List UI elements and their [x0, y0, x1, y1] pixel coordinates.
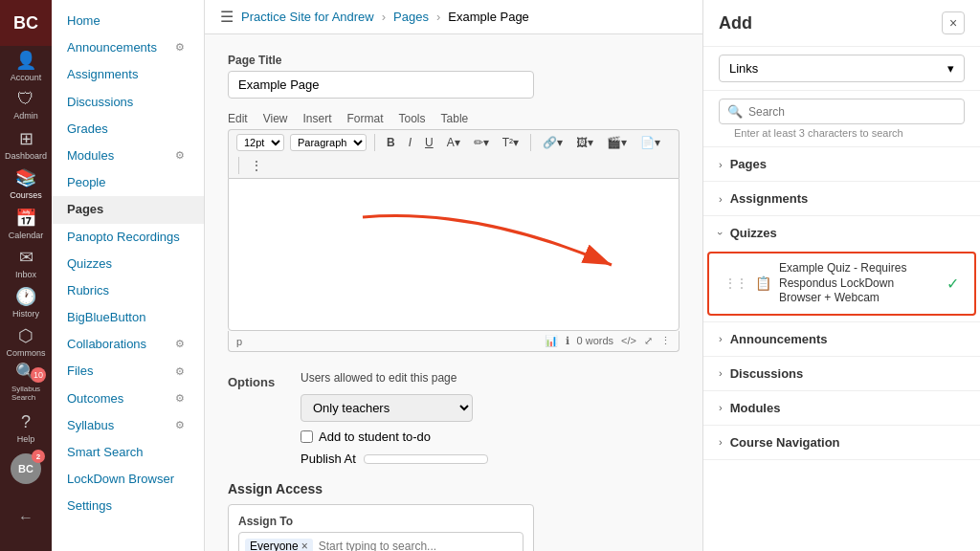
assign-search-input[interactable]: [319, 540, 517, 551]
student-todo-checkbox[interactable]: [301, 430, 313, 443]
nav-item-history[interactable]: 🕐 History: [0, 283, 52, 322]
breadcrumb-current: Example Page: [448, 10, 529, 24]
right-panel: Add × Links ▾ 🔍 Enter at least 3 charact…: [702, 0, 980, 551]
student-todo-label: Add to student to-do: [319, 430, 431, 444]
expand-btn[interactable]: ⤢: [644, 335, 653, 347]
rp-section-header-assignments[interactable]: › Assignments: [703, 182, 980, 215]
app-logo: BC: [0, 0, 52, 46]
syllabus-badge: 10: [31, 367, 46, 383]
menu-view[interactable]: View: [263, 112, 288, 125]
sidebar-item-pages[interactable]: Pages: [52, 196, 204, 223]
menu-edit[interactable]: Edit: [228, 112, 248, 125]
rp-item-example-quiz[interactable]: ⋮⋮ 📋 Example Quiz - Requires Respondus L…: [707, 252, 976, 316]
sidebar-item-grades[interactable]: Grades: [52, 116, 204, 143]
remove-everyone-btn[interactable]: ×: [301, 540, 308, 551]
sidebar-item-rubrics[interactable]: Rubrics: [52, 277, 204, 304]
modules-settings-icon[interactable]: ⚙: [175, 149, 189, 163]
type-select-label: Links: [729, 61, 758, 76]
sidebar-item-discussions[interactable]: Discussions: [52, 89, 204, 116]
nav-item-calendar[interactable]: 📅 Calendar: [0, 204, 52, 243]
sidebar-item-panopto[interactable]: Panopto Recordings: [52, 224, 204, 251]
right-panel-close-btn[interactable]: ×: [942, 11, 965, 34]
sidebar-item-modules[interactable]: Modules: [67, 147, 171, 165]
menu-table[interactable]: Table: [441, 112, 469, 125]
editor-body[interactable]: [228, 178, 679, 331]
hamburger-menu[interactable]: ☰: [220, 8, 234, 26]
nav-item-inbox[interactable]: ✉ Inbox: [0, 243, 52, 282]
breadcrumb-pages[interactable]: Pages: [393, 10, 429, 24]
files-icon[interactable]: ⚙: [175, 365, 189, 379]
publish-date-input[interactable]: [364, 454, 488, 464]
embed-button[interactable]: 📄▾: [636, 134, 664, 151]
nav-item-admin[interactable]: 🛡 Admin: [0, 85, 52, 124]
breadcrumb-site[interactable]: Practice Site for Andrew: [241, 10, 374, 24]
nav-item-account[interactable]: 👤 Account: [0, 46, 52, 85]
paragraph-select[interactable]: Paragraph: [290, 134, 367, 151]
rp-section-label-course-nav: Course Navigation: [730, 435, 840, 450]
outcomes-icon[interactable]: ⚙: [175, 392, 189, 406]
italic-button[interactable]: I: [405, 134, 415, 151]
sidebar-item-smart-search[interactable]: Smart Search: [52, 439, 204, 466]
superscript-button[interactable]: T²▾: [499, 134, 523, 151]
search-input[interactable]: [748, 105, 956, 119]
editor-area: Page Title Edit View Insert Format Tools…: [205, 34, 702, 371]
nav-item-dashboard[interactable]: ⊞ Dashboard: [0, 125, 52, 165]
account-icon: 👤: [15, 50, 36, 71]
rp-section-header-quizzes[interactable]: › Quizzes: [703, 216, 980, 250]
toolbar-icon-1[interactable]: 📊: [545, 335, 558, 347]
menu-insert[interactable]: Insert: [302, 112, 331, 125]
sidebar-item-announcements[interactable]: Announcements: [67, 39, 171, 56]
rp-section-header-announcements[interactable]: › Announcements: [703, 322, 980, 356]
nav-item-help[interactable]: ? Help: [0, 402, 52, 453]
sidebar-item-syllabus[interactable]: Syllabus: [67, 417, 171, 434]
collaborations-icon[interactable]: ⚙: [175, 338, 189, 351]
nav-item-commons[interactable]: ⬡ Commons: [0, 322, 52, 362]
link-button[interactable]: 🔗▾: [539, 134, 567, 151]
font-size-select[interactable]: 12pt: [236, 134, 284, 151]
image-button[interactable]: 🖼▾: [572, 134, 597, 151]
student-todo-row: Add to student to-do: [301, 430, 488, 444]
sidebar-item-quizzes[interactable]: Quizzes: [52, 251, 204, 277]
edit-permission-select[interactable]: Only teachers: [301, 394, 473, 422]
sidebar-item-lockdown[interactable]: LockDown Browser: [52, 466, 204, 493]
sidebar-item-settings[interactable]: Settings: [52, 493, 204, 519]
sidebar-item-files[interactable]: Files: [67, 363, 171, 380]
text-color-button[interactable]: A▾: [443, 134, 464, 151]
rp-section-header-discussions[interactable]: › Discussions: [703, 357, 980, 390]
sidebar-item-row-syllabus: Syllabus ⚙: [52, 412, 204, 439]
menu-format[interactable]: Format: [347, 112, 384, 125]
highlight-button[interactable]: ✏▾: [470, 134, 493, 151]
type-select[interactable]: Links ▾: [719, 55, 965, 82]
syllabus-settings-icon[interactable]: ⚙: [175, 419, 189, 432]
announcements-settings-icon[interactable]: ⚙: [175, 41, 189, 55]
rp-section-header-pages[interactable]: › Pages: [703, 147, 980, 181]
sidebar-item-bigbluebutton[interactable]: BigBlueButton: [52, 304, 204, 331]
rp-section-modules: › Modules: [703, 391, 980, 426]
underline-button[interactable]: U: [421, 134, 437, 151]
rp-section-quizzes-content: ⋮⋮ 📋 Example Quiz - Requires Respondus L…: [703, 252, 980, 321]
sidebar-item-people[interactable]: People: [52, 169, 204, 196]
nav-label-courses: Courses: [10, 190, 42, 200]
more-options-btn[interactable]: ⋮: [660, 335, 671, 347]
assign-tags-input[interactable]: Everyone ×: [238, 532, 523, 551]
rp-section-header-modules[interactable]: › Modules: [703, 391, 980, 425]
menu-tools[interactable]: Tools: [399, 112, 426, 125]
nav-avatar[interactable]: BC 2: [11, 453, 41, 484]
media-button[interactable]: 🎬▾: [603, 134, 631, 151]
sidebar-item-collaborations[interactable]: Collaborations: [67, 336, 171, 353]
sidebar-item-outcomes[interactable]: Outcomes: [67, 390, 171, 408]
main-content: ☰ Practice Site for Andrew › Pages › Exa…: [205, 0, 702, 551]
bold-button[interactable]: B: [383, 134, 399, 151]
sidebar-item-home[interactable]: Home: [52, 8, 204, 34]
commons-icon: ⬡: [18, 325, 33, 346]
rp-section-header-course-nav[interactable]: › Course Navigation: [703, 426, 980, 459]
nav-item-courses[interactable]: 📚 Courses: [0, 165, 52, 204]
sidebar-item-assignments[interactable]: Assignments: [52, 61, 204, 88]
toolbar-divider-2: [530, 134, 531, 151]
more-button[interactable]: ⋮: [247, 157, 266, 174]
toolbar-icon-2[interactable]: ℹ: [566, 335, 569, 347]
page-title-input[interactable]: [228, 71, 534, 99]
html-view-btn[interactable]: </>: [621, 335, 636, 347]
nav-item-syllabus[interactable]: 🔍 SyllabusSearch 10: [0, 362, 52, 402]
nav-collapse-btn[interactable]: ←: [0, 492, 52, 543]
